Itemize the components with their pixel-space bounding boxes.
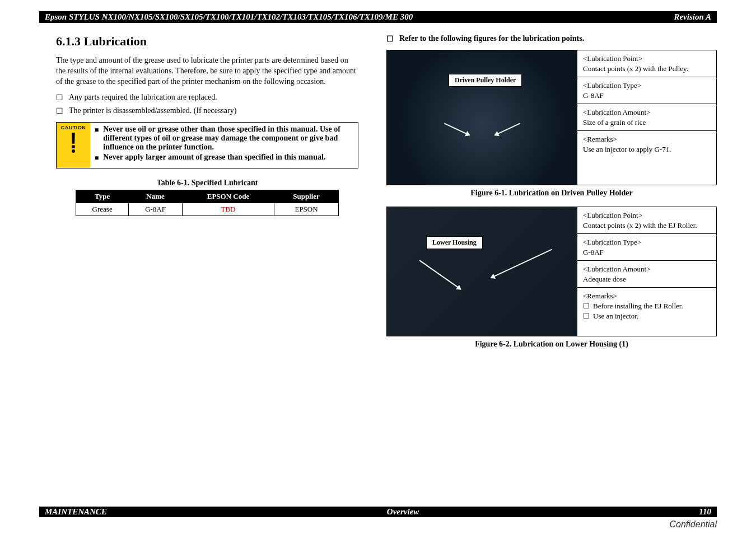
info-head: <Lubrication Type> (583, 237, 711, 247)
figure-caption-2: Figure 6-2. Lubrication on Lower Housing… (386, 340, 717, 349)
info-box: <Remarks> Use an injector to apply G-71. (577, 131, 716, 185)
confidential-label: Confidential (670, 519, 717, 530)
info-body: G-8AF (583, 247, 711, 257)
info-body: Contact points (x 2) with the Pulley. (583, 64, 711, 74)
info-head: <Lubrication Amount> (583, 107, 711, 118)
info-box: <Lubrication Amount> Size of a grain of … (577, 104, 716, 131)
caution-body: ■ Never use oil or grease other than tho… (90, 123, 358, 168)
table-cell: EPSON (274, 203, 339, 216)
info-body: Size of a grain of rice (583, 118, 711, 128)
info-box: <Lubrication Point> Contact points (x 2)… (577, 50, 716, 77)
header-title-left: Epson STYLUS NX100/NX105/SX100/SX105/TX1… (45, 12, 413, 22)
info-body: Use an injector to apply G-71. (583, 144, 711, 154)
info-head: <Lubrication Point> (583, 54, 711, 64)
left-column: 6.1.3 Lubrication The type and amount of… (56, 34, 358, 358)
info-body: G-8AF (583, 91, 711, 101)
square-bullet-icon: ☐ (583, 301, 590, 311)
caution-text: Never apply larger amount of grease than… (103, 153, 325, 163)
footer-bar: MAINTENANCE Overview 110 (39, 507, 717, 517)
header-title-right: Revision A (674, 12, 711, 22)
list-item: ■ Never apply larger amount of grease th… (95, 153, 352, 163)
info-box: <Lubrication Amount> Adequate dose (577, 261, 716, 288)
exclamation-dot-icon (72, 149, 75, 153)
caution-icon-panel: CAUTION ! (57, 123, 90, 168)
table-header-row: Type Name EPSON Code Supplier (76, 190, 339, 203)
section-title: 6.1.3 Lubrication (56, 34, 358, 49)
right-column: ☐ Refer to the following figures for the… (386, 34, 717, 358)
info-head: <Lubrication Point> (583, 210, 711, 221)
list-item: ☐ Use an injector. (583, 311, 711, 321)
info-head: <Remarks> (583, 134, 711, 144)
table-header: EPSON Code (182, 190, 274, 203)
remark-text: Use an injector. (593, 311, 638, 321)
table-header: Type (76, 190, 129, 203)
square-bullet-icon: ☐ (386, 34, 394, 44)
footer-center: Overview (387, 507, 419, 517)
figure-image-2: Lower Housing (387, 207, 577, 336)
list-item: ☐ The printer is disassembled/assembled.… (56, 106, 358, 116)
info-body: Adequate dose (583, 274, 711, 284)
figure-image-1: Driven Pulley Holder (387, 50, 577, 185)
footer-right: 110 (699, 507, 711, 517)
info-box: <Lubrication Point> Contact points (x 2)… (577, 207, 716, 234)
info-box: <Lubrication Type> G-8AF (577, 234, 716, 261)
figure-block-1: Driven Pulley Holder <Lubrication Point>… (386, 50, 717, 185)
info-head: <Lubrication Type> (583, 81, 711, 91)
square-bullet-icon: ☐ (56, 93, 63, 103)
table-cell: G-8AF (129, 203, 183, 216)
list-item: ☐ Before installing the EJ Roller. (583, 301, 711, 311)
filled-square-icon: ■ (95, 153, 99, 163)
table-header: Supplier (274, 190, 339, 203)
list-item: ☐ Any parts required the lubrication are… (56, 93, 358, 103)
image-callout-label: Driven Pulley Holder (449, 74, 522, 87)
caution-box: CAUTION ! ■ Never use oil or grease othe… (56, 122, 358, 168)
filled-square-icon: ■ (95, 125, 99, 152)
lubricant-table: Type Name EPSON Code Supplier Grease G-8… (76, 190, 339, 216)
table-cell: TBD (182, 203, 274, 216)
bullet-text: The printer is disassembled/assembled. (… (69, 106, 236, 115)
table-row: Grease G-8AF TBD EPSON (76, 203, 339, 216)
table-cell: Grease (76, 203, 129, 216)
lead-bullet-text: Refer to the following figures for the l… (399, 34, 584, 43)
info-head: <Lubrication Amount> (583, 264, 711, 274)
footer-left: MAINTENANCE (45, 507, 107, 517)
table-header: Name (129, 190, 183, 203)
info-box: <Lubrication Type> G-8AF (577, 77, 716, 104)
list-item: ☐ Refer to the following figures for the… (386, 34, 717, 44)
figure-info-1: <Lubrication Point> Contact points (x 2)… (577, 50, 716, 185)
image-callout-label: Lower Housing (426, 236, 483, 249)
square-bullet-icon: ☐ (56, 106, 63, 116)
info-head: <Remarks> (583, 291, 711, 301)
figure-block-2: Lower Housing <Lubrication Point> Contac… (386, 207, 717, 336)
content-area: 6.1.3 Lubrication The type and amount of… (0, 23, 756, 358)
bullet-text: Any parts required the lubrication are r… (69, 93, 217, 102)
image-placeholder (387, 207, 577, 336)
image-placeholder (387, 50, 577, 185)
remark-text: Before installing the EJ Roller. (593, 301, 683, 311)
list-item: ■ Never use oil or grease other than tho… (95, 125, 352, 152)
info-box: <Remarks> ☐ Before installing the EJ Rol… (577, 288, 716, 336)
table-title: Table 6-1. Specified Lubricant (56, 179, 358, 188)
figure-caption-1: Figure 6-1. Lubrication on Driven Pulley… (386, 189, 717, 198)
info-body: Contact points (x 2) with the EJ Roller. (583, 221, 711, 231)
square-bullet-icon: ☐ (583, 311, 590, 321)
header-bar: Epson STYLUS NX100/NX105/SX100/SX105/TX1… (39, 11, 717, 23)
figure-info-2: <Lubrication Point> Contact points (x 2)… (577, 207, 716, 336)
caution-text: Never use oil or grease other than those… (103, 125, 352, 152)
exclamation-icon: ! (69, 130, 77, 151)
intro-paragraph: The type and amount of the grease used t… (56, 55, 358, 87)
